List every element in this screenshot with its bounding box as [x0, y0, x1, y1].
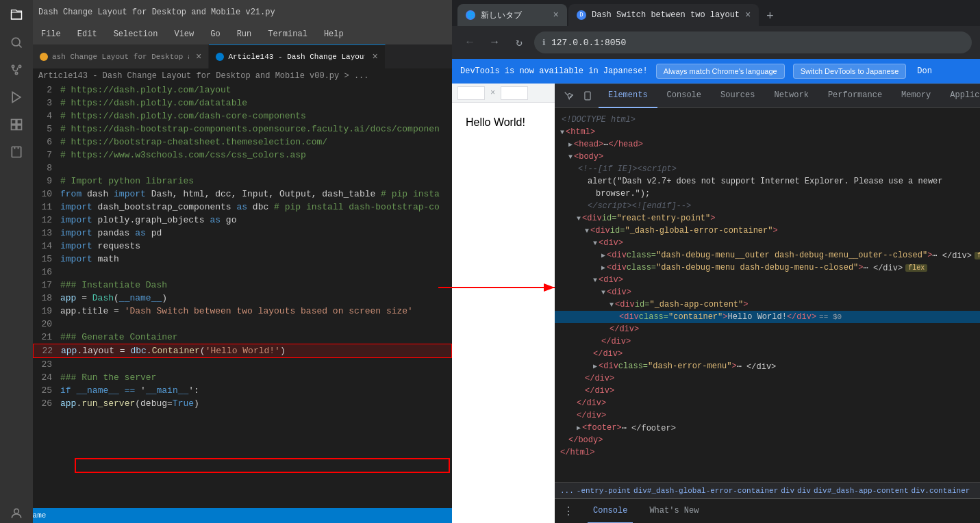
devtools-tab-memory[interactable]: Memory [892, 84, 940, 108]
devtools-tab-sources[interactable]: Sources [711, 84, 764, 108]
info-dismiss[interactable]: Don [917, 66, 932, 76]
address-bar[interactable]: ℹ 127.0.0.1:8050 [534, 31, 972, 53]
tab-memory-label: Memory [901, 90, 931, 100]
console-menu-icon[interactable]: ⋮ [560, 503, 577, 520]
dom-line-close-html[interactable]: </html> [555, 446, 980, 459]
dom-line-close-body[interactable]: </body> [555, 434, 980, 446]
devtools-tab-network[interactable]: Network [764, 84, 818, 108]
dom-line-close-div5[interactable]: </div> [555, 385, 980, 397]
tab-0[interactable]: ash Change Layout for Desktop and Mobile… [33, 44, 209, 68]
browser-tab-close-0[interactable]: × [553, 10, 559, 21]
viewport-toolbar: 768 × 1024 [452, 84, 555, 103]
devtools-tab-performance[interactable]: Performance [818, 84, 892, 108]
dom-line-app-content[interactable]: <div id="_dash-app-content" > [555, 298, 980, 311]
dom-line-body[interactable]: <body> [555, 151, 980, 163]
editor-tab-bar: ash Change Layout for Desktop and Mobile… [33, 44, 452, 68]
bc-item-2[interactable]: -entry-point [577, 487, 631, 495]
code-line-17: 17### Instantiate Dash [33, 279, 452, 292]
menu-file[interactable]: File [38, 28, 64, 40]
code-editor[interactable]: 2# https://dash.plotly.com/layout3# http… [33, 84, 452, 523]
devtools-tab-console[interactable]: Console [657, 84, 711, 108]
dom-line-doctype[interactable]: <!DOCTYPE html> [555, 114, 980, 126]
browser-tab-1[interactable]: D Dash Switch between two layout × [568, 4, 759, 26]
dom-line-debug-menu-outer[interactable]: <div class="dash-debug-menu__outer dash-… [555, 249, 980, 262]
tab-close-0[interactable]: × [196, 51, 201, 62]
drawer-whatsnew-label: What's New [649, 506, 699, 515]
switch-devtools-button[interactable]: Switch DevTools to Japanese [793, 64, 907, 79]
dom-line-script-end[interactable]: </script><![endif]--> [555, 200, 980, 212]
browser-tab-0[interactable]: 🌐 新しいタブ × [457, 4, 567, 26]
code-line-23: 23 [33, 358, 452, 371]
menu-view[interactable]: View [171, 28, 197, 40]
refresh-button[interactable]: ↻ [510, 33, 529, 52]
bc-item-1[interactable]: ... [560, 487, 574, 495]
dom-line-close-div1[interactable]: </div> [555, 323, 980, 335]
explorer-icon[interactable] [7, 5, 26, 25]
devtools-device-button[interactable] [579, 88, 596, 104]
doctype-text: <!DOCTYPE html> [562, 115, 636, 125]
breadcrumb-text: Article143 - Dash Change Layout for Desk… [38, 71, 368, 81]
tab-performance-label: Performance [828, 90, 882, 100]
forward-button[interactable]: → [485, 33, 504, 52]
dom-line-entry-point[interactable]: <div id="react-entry-point" > [555, 212, 980, 225]
source-control-icon[interactable] [7, 60, 26, 79]
code-line-5: 5# https://dash-bootstrap-components.ope… [33, 123, 452, 136]
test-icon[interactable] [7, 142, 26, 162]
bc-item-4[interactable]: div [781, 487, 794, 495]
tab-network-label: Network [774, 90, 808, 100]
dom-line-comment1[interactable]: <!--[if IE]><script> [555, 163, 980, 175]
dom-line-dash-error-menu[interactable]: <div class="dash-error-menu" > ⋯ </div> [555, 360, 980, 372]
drawer-tab-console[interactable]: Console [588, 499, 633, 524]
dom-line-alert[interactable]: alert("Dash v2.7+ does not support Inter… [555, 175, 980, 188]
menu-go[interactable]: Go [208, 28, 223, 40]
menu-edit[interactable]: Edit [75, 28, 100, 40]
dom-tree[interactable]: <!DOCTYPE html> <html> <head> ⋯ </head> … [555, 108, 980, 482]
tab-close-1[interactable]: × [372, 51, 377, 62]
viewport-height-input[interactable]: 1024 [501, 86, 528, 100]
code-line-2: 2# https://dash.plotly.com/layout [33, 84, 452, 97]
search-icon[interactable] [7, 33, 26, 52]
dom-line-div2[interactable]: <div> [555, 274, 980, 286]
dom-line-div3[interactable]: <div> [555, 286, 980, 298]
dom-line-close-div3[interactable]: </div> [555, 348, 980, 360]
tab-1[interactable]: Article143 - Dash Change Layout for Desk… [209, 44, 385, 68]
run-icon[interactable] [7, 88, 26, 107]
extensions-icon[interactable] [7, 115, 26, 134]
titlebar: Dash Change Layout for Desktop and Mobil… [33, 0, 452, 24]
devtools-inspect-button[interactable] [560, 88, 577, 104]
svg-rect-12 [585, 92, 590, 100]
tab-console-label: Console [667, 90, 701, 100]
menu-selection[interactable]: Selection [111, 28, 161, 40]
dom-line-debug-menu[interactable]: <div class="dash-debug-menu dash-debug-m… [555, 262, 980, 274]
dom-line-footer[interactable]: <footer> ⋯ </footer> [555, 422, 980, 434]
menu-run[interactable]: Run [234, 28, 255, 40]
dom-line-close-div4[interactable]: </div> [555, 372, 980, 385]
code-line-18: 18app = Dash(__name__) [33, 292, 452, 305]
menubar: File Edit Selection View Go Run Terminal… [33, 24, 452, 44]
match-language-button[interactable]: Always match Chrome's language [656, 64, 785, 79]
viewport-width-input[interactable]: 768 [457, 86, 485, 100]
back-button[interactable]: ← [460, 33, 479, 52]
dom-line-browser[interactable]: browser."); [555, 188, 980, 200]
dom-line-container[interactable]: <div class="container" > Hello World! </… [555, 311, 980, 323]
bc-item-3[interactable]: div#_dash-global-error-container [633, 487, 778, 495]
bc-item-7[interactable]: div.container [912, 487, 970, 495]
dom-line-head[interactable]: <head> ⋯ </head> [555, 138, 980, 151]
code-line-3: 3# https://dash.plotly.com/datatable [33, 97, 452, 110]
devtools-tab-application[interactable]: Application [940, 84, 980, 108]
drawer-tab-whatsnew[interactable]: What's New [644, 499, 704, 524]
new-tab-button[interactable]: + [760, 7, 779, 26]
dom-line-global-error[interactable]: <div id="_dash-global-error-container" > [555, 225, 980, 237]
account-icon[interactable] [7, 504, 26, 523]
devtools-tab-elements[interactable]: Elements [599, 84, 657, 108]
menu-terminal[interactable]: Terminal [265, 28, 310, 40]
browser-tab-close-1[interactable]: × [745, 10, 751, 21]
dom-line-close-div7[interactable]: </div> [555, 409, 980, 422]
dom-line-html[interactable]: <html> [555, 126, 980, 138]
dom-line-close-div2[interactable]: </div> [555, 335, 980, 348]
bc-item-6[interactable]: div#_dash-app-content [814, 487, 909, 495]
dom-line-div1[interactable]: <div> [555, 237, 980, 249]
menu-help[interactable]: Help [321, 28, 347, 40]
bc-item-5[interactable]: div [797, 487, 811, 495]
dom-line-close-div6[interactable]: </div> [555, 397, 980, 409]
